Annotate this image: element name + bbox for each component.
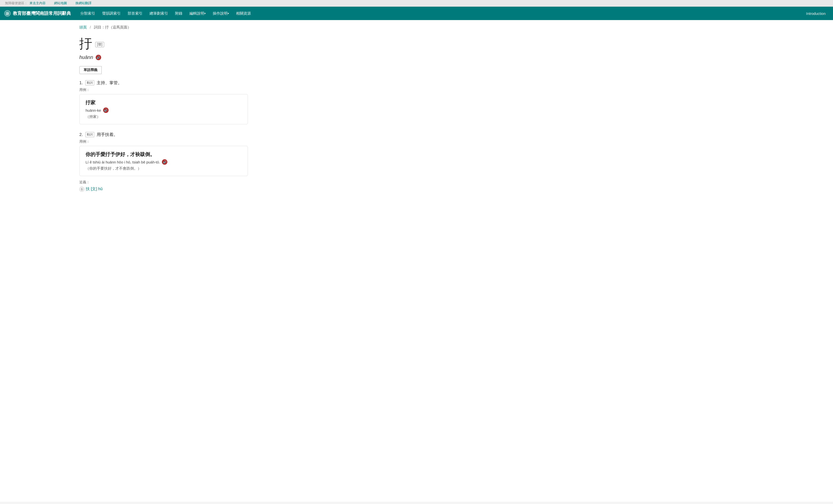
nav-introduction[interactable]: Introduction [803, 7, 829, 20]
logo-icon: 語 [4, 10, 11, 17]
navbar: 語 教育部臺灣閩南語常用詞辭典 分類索引 聲韻調索引 部首索引 總筆劃索引 附錄… [0, 7, 833, 20]
pos-badge-2: 動詞 [85, 132, 94, 137]
breadcrumb-home[interactable]: 頭頁 [79, 25, 87, 29]
access-link-translate[interactable]: 換網站翻譯 [75, 1, 92, 5]
def-header-2: 2. 動詞 用手扶着。 [79, 132, 754, 137]
example-card-1-0: 扜家 huānn-ke 🔊 （持家） [79, 94, 248, 124]
def-num-1: 1. [79, 80, 83, 85]
nav-operation[interactable]: 操作說明 [209, 7, 233, 20]
brand: 語 教育部臺灣閩南語常用詞辭典 [4, 10, 71, 17]
entry-title: 扜 [替] [79, 37, 754, 50]
def-num-2: 2. [79, 132, 83, 137]
example-card-2-0: 你的手愛扜予伊好，才袂跋倒。 Lí ê tshiú ài huānn hōo i… [79, 146, 248, 176]
pos-badge-1: 動詞 [85, 80, 94, 85]
nav-related[interactable]: 相關資源 [233, 7, 254, 20]
svg-text:語: 語 [6, 12, 9, 15]
access-link-main[interactable]: 來去主內容 [29, 1, 46, 5]
nav-phonetic[interactable]: 聲韻調索引 [99, 7, 124, 20]
brand-name: 教育部臺灣閩南語常用詞辭典 [13, 10, 71, 16]
main-content: 頭頁 / 詞目：扜（這馬頁面） 扜 [替] huānn 🔊 單語釋義 1. [0, 20, 833, 502]
example-translation-2-0: （你的手要扶好，才不會跌倒。） [86, 166, 242, 171]
example-romanized-1-0: huānn-ke 🔊 [86, 107, 242, 113]
def-header-1: 1. 動詞 主持、掌管。 [79, 80, 754, 86]
def-text-1: 主持、掌管。 [97, 80, 122, 86]
speaker-icon: 🔊 [96, 55, 101, 60]
nav-category[interactable]: 分類索引 [77, 7, 99, 20]
synonyms-section: 近義： ① 扶 [文] hû [79, 180, 754, 192]
speaker-icon-ex-2-0: 🔊 [162, 159, 167, 165]
examples-label-1: 用例： [79, 88, 754, 92]
entry-badge: [替] [95, 42, 104, 47]
synonym-link-1[interactable]: 扶 [文] hû [86, 186, 103, 192]
def-text-2: 用手扶着。 [97, 132, 118, 137]
nav-appendix[interactable]: 附錄 [171, 7, 186, 20]
access-link-sitemap[interactable]: 網站地圖 [54, 1, 67, 5]
example-romanized-2-0: Lí ê tshiú ài huānn hōo i hó, tsiah bē p… [86, 159, 242, 165]
synonyms-label: 近義： [79, 180, 754, 184]
access-bar: 無障礙便捷區： 來去主內容 網站地圖 換網站翻譯 [0, 0, 833, 7]
tab-single-definition[interactable]: 單語釋義 [79, 66, 102, 74]
breadcrumb: 頭頁 / 詞目：扜（這馬頁面） [0, 20, 833, 35]
nav-stroke[interactable]: 總筆劃索引 [146, 7, 171, 20]
example-audio-button-2-0[interactable]: 🔊 [162, 159, 167, 165]
example-chinese-2-0: 你的手愛扜予伊好，才袂跋倒。 [86, 151, 242, 158]
definition-item-1: 1. 動詞 主持、掌管。 用例： 扜家 huānn-ke 🔊 （持家） [79, 80, 754, 124]
example-audio-button-1-0[interactable]: 🔊 [103, 107, 109, 113]
breadcrumb-current: 詞目：扜（這馬頁面） [94, 25, 131, 29]
example-translation-1-0: （持家） [86, 115, 242, 119]
examples-label-2: 用例： [79, 140, 754, 144]
nav-links: 分類索引 聲韻調索引 部首索引 總筆劃索引 附錄 編輯說明 操作說明 相關資源 … [77, 7, 829, 20]
entry-character: 扜 [79, 37, 92, 50]
definitions-list: 1. 動詞 主持、掌管。 用例： 扜家 huānn-ke 🔊 （持家） [79, 80, 754, 192]
pronunciation-audio-button[interactable]: 🔊 [96, 55, 101, 60]
example-chinese-1-0: 扜家 [86, 99, 242, 106]
speaker-icon-ex-1-0: 🔊 [103, 107, 109, 113]
synonym-num-1: ① [79, 187, 84, 192]
breadcrumb-separator: / [90, 25, 91, 29]
tab-area: 單語釋義 [79, 66, 754, 74]
nav-edit-notes[interactable]: 編輯說明 [186, 7, 209, 20]
pronunciation-row: huānn 🔊 [79, 54, 754, 60]
synonym-item-1: ① 扶 [文] hû [79, 186, 754, 192]
pronunciation-text: huānn [79, 54, 93, 60]
definition-item-2: 2. 動詞 用手扶着。 用例： 你的手愛扜予伊好，才袂跋倒。 Lí ê tshi… [79, 132, 754, 192]
access-bar-label: 無障礙便捷區： [5, 1, 27, 5]
entry: 扜 [替] huānn 🔊 單語釋義 1. 動詞 主持、掌管。 用例： [0, 35, 833, 209]
nav-radical[interactable]: 部首索引 [124, 7, 146, 20]
